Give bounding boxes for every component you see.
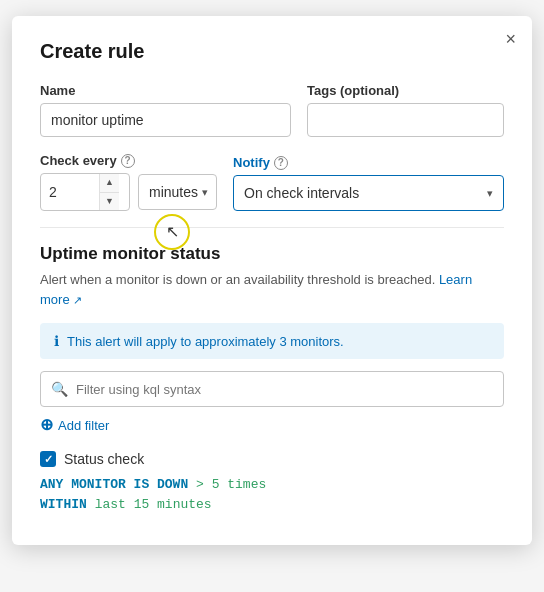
tags-label: Tags (optional) — [307, 83, 504, 98]
condition-keyword-2: WITHIN — [40, 497, 87, 512]
info-banner: ℹ This alert will apply to approximately… — [40, 323, 504, 359]
status-check-checkbox[interactable]: ✓ — [40, 451, 56, 467]
info-banner-text: This alert will apply to approximately 3… — [67, 334, 344, 349]
number-spin-buttons: ▲ ▼ — [99, 174, 119, 210]
close-button[interactable]: × — [505, 30, 516, 48]
add-filter-plus-icon: ⊕ — [40, 417, 53, 433]
name-tags-row: Name Tags (optional) — [40, 83, 504, 137]
filter-input[interactable] — [76, 382, 493, 397]
check-every-notify-row: Check every ? ▲ ▼ minutes ▾ — [40, 153, 504, 211]
condition-line-1: ANY MONITOR IS DOWN > 5 times — [40, 477, 504, 492]
check-every-label: Check every ? — [40, 153, 217, 168]
check-every-group: Check every ? ▲ ▼ minutes ▾ — [40, 153, 217, 211]
name-label: Name — [40, 83, 291, 98]
name-group: Name — [40, 83, 291, 137]
condition-value-1b: > 5 times — [196, 477, 266, 492]
interval-chevron-icon: ▾ — [202, 186, 208, 199]
create-rule-modal: × Create rule Name Tags (optional) Check… — [12, 16, 532, 545]
section-divider — [40, 227, 504, 228]
section-title: Uptime monitor status — [40, 244, 504, 264]
status-check-label: Status check — [64, 451, 144, 467]
check-every-help-icon[interactable]: ? — [121, 154, 135, 168]
spin-up-button[interactable]: ▲ — [100, 174, 119, 193]
condition-value-2b: last 15 minutes — [95, 497, 212, 512]
info-icon: ℹ — [54, 333, 59, 349]
notify-value-label: On check intervals — [244, 185, 481, 201]
notify-label: Notify ? — [233, 155, 504, 170]
external-link-icon: ↗ — [73, 294, 82, 306]
status-check-row: ✓ Status check — [40, 451, 504, 467]
tags-group: Tags (optional) — [307, 83, 504, 137]
notify-link[interactable]: Notify — [233, 155, 270, 170]
interval-unit-select[interactable]: minutes ▾ — [138, 174, 217, 210]
checkbox-check-icon: ✓ — [44, 453, 53, 466]
check-every-number-wrap: ▲ ▼ — [40, 173, 130, 211]
tags-input[interactable] — [307, 103, 504, 137]
interval-unit-label: minutes — [149, 184, 198, 200]
modal-overlay: × Create rule Name Tags (optional) Check… — [0, 0, 544, 592]
section-description: Alert when a monitor is down or an avail… — [40, 270, 504, 309]
name-input[interactable] — [40, 103, 291, 137]
notify-select[interactable]: On check intervals ▾ — [233, 175, 504, 211]
filter-input-wrap: 🔍 — [40, 371, 504, 407]
spin-down-button[interactable]: ▼ — [100, 193, 119, 211]
notify-group: Notify ? On check intervals ▾ — [233, 155, 504, 211]
check-every-number-input[interactable] — [41, 176, 99, 208]
filter-search-icon: 🔍 — [51, 381, 68, 397]
condition-line-2: WITHIN last 15 minutes — [40, 497, 504, 512]
add-filter-button[interactable]: ⊕ Add filter — [40, 417, 109, 433]
condition-keyword-1: ANY MONITOR IS DOWN — [40, 477, 188, 492]
notify-help-icon[interactable]: ? — [274, 156, 288, 170]
notify-chevron-icon: ▾ — [487, 187, 493, 200]
add-filter-label: Add filter — [58, 418, 109, 433]
modal-title: Create rule — [40, 40, 504, 63]
